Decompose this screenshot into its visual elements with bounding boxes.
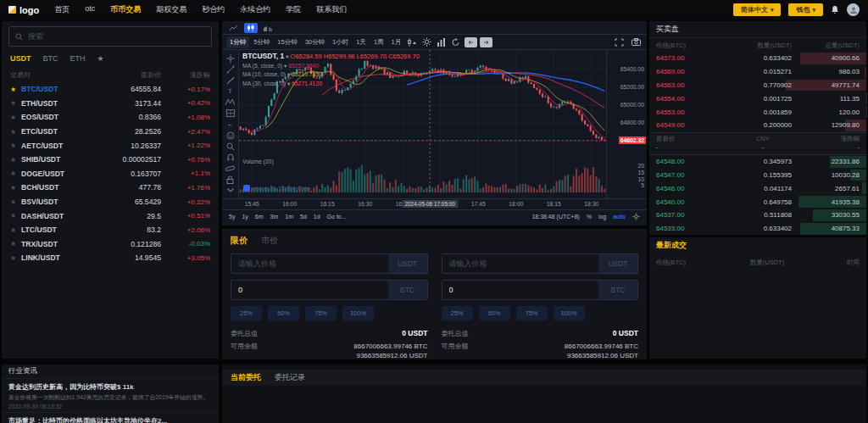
market-tab-BTC[interactable]: BTC (43, 54, 58, 63)
log-scale-button[interactable]: log (598, 214, 606, 220)
buy-amount-input[interactable] (231, 281, 388, 299)
favorite-star-icon[interactable]: ★ (10, 184, 21, 192)
pair-row[interactable]: ★DASH/USDT29.5+0.51% (2, 209, 219, 223)
favorite-star-icon[interactable]: ★ (10, 86, 21, 93)
interval-button[interactable]: 1小时 (329, 36, 352, 48)
magnet-tool-icon[interactable] (222, 152, 238, 163)
favorite-star-icon[interactable]: ★ (10, 142, 21, 149)
ask-row[interactable]: 64549.000.20000012909.80 (649, 119, 866, 132)
range-button[interactable]: 1d (314, 214, 320, 220)
pair-row[interactable]: ★DOGE/USDT0.163707+1.1% (2, 167, 219, 181)
favorite-star-icon[interactable]: ★ (10, 156, 21, 164)
nav-item-2[interactable]: 币币交易 (110, 4, 141, 15)
undo-button[interactable] (465, 37, 477, 47)
bid-row[interactable]: 64548.000.34597322331.86 (649, 155, 866, 169)
percent-button[interactable]: 75% (305, 306, 337, 320)
favorite-star-icon[interactable]: ★ (10, 99, 21, 107)
search-input[interactable] (28, 32, 205, 41)
language-button[interactable]: 简体中文▾ (733, 3, 782, 16)
market-tab-★[interactable]: ★ (97, 54, 104, 63)
market-tab-USDT[interactable]: USDT (10, 54, 31, 63)
pair-row[interactable]: ★EOS/USDT0.8366+1.08% (2, 110, 219, 125)
percent-button[interactable]: 100% (342, 306, 374, 320)
tab-limit-order[interactable]: 限价 (231, 235, 248, 247)
interval-button[interactable]: 1分钟 (226, 36, 249, 48)
nav-item-6[interactable]: 学院 (286, 4, 301, 15)
line-chart-tab[interactable] (227, 23, 241, 33)
forecast-tool-icon[interactable] (222, 108, 238, 119)
depth-chart-tab[interactable] (261, 23, 275, 33)
price-chart[interactable] (239, 50, 606, 198)
tab-current-orders[interactable]: 当前委托 (231, 372, 261, 383)
chart-style-icon[interactable] (405, 36, 419, 48)
plot-area[interactable]: BTCUSDT, 1 ▾ O65284.59 H65299.98 L65269.… (239, 50, 606, 198)
favorite-star-icon[interactable]: ★ (10, 212, 21, 220)
fullscreen-icon[interactable] (612, 36, 626, 48)
trendline-tool-icon[interactable] (222, 64, 238, 75)
goto-button[interactable]: Go to... (327, 214, 347, 220)
tab-market-order[interactable]: 市价 (261, 235, 278, 247)
nav-item-0[interactable]: 首页 (54, 4, 70, 15)
emoji-tool-icon[interactable] (222, 130, 238, 141)
percent-button[interactable]: 75% (516, 306, 548, 320)
ask-row[interactable]: 64554.000.001725111.35 (649, 92, 866, 105)
crosshair-tool-icon[interactable] (222, 53, 238, 64)
sell-price-input[interactable] (442, 254, 599, 273)
camera-snapshot-icon[interactable] (629, 36, 643, 48)
collapse-toolbar-chevron-icon[interactable] (222, 185, 238, 196)
brush-tool-icon[interactable] (222, 75, 238, 86)
favorite-star-icon[interactable]: ★ (10, 254, 21, 262)
avatar[interactable] (847, 3, 860, 16)
buy-price-input[interactable] (231, 254, 388, 273)
pair-row[interactable]: ★BTC/USDT64555.84+0.17% (2, 82, 219, 97)
tab-order-history[interactable]: 委托记录 (275, 372, 305, 383)
pair-row[interactable]: ★LTC/USDT83.2+2.06% (2, 223, 219, 237)
favorite-star-icon[interactable]: ★ (10, 128, 21, 136)
text-tool-icon[interactable]: T (222, 86, 238, 97)
ask-row[interactable]: 64573.000.63340240900.66 (649, 52, 866, 65)
nav-item-3[interactable]: 期权交易 (156, 4, 186, 15)
interval-button[interactable]: 1周 (370, 36, 387, 48)
pair-row[interactable]: ★ETH/USDT3173.44+0.42% (2, 97, 219, 111)
percent-button[interactable]: 25% (442, 306, 473, 320)
nav-item-4[interactable]: 秒合约 (202, 4, 225, 15)
compare-refresh-icon[interactable] (448, 36, 462, 48)
axis-settings-gear-icon[interactable] (632, 213, 640, 220)
favorite-star-icon[interactable]: ★ (10, 226, 21, 234)
pair-row[interactable]: ★ETC/USDT28.2526+2.47% (2, 125, 219, 139)
settings-gear-icon[interactable] (420, 36, 433, 48)
ask-row[interactable]: 64569.000.015271986.03 (649, 65, 866, 79)
percent-button[interactable]: 50% (268, 306, 299, 320)
interval-button[interactable]: 15分钟 (274, 36, 300, 48)
percent-button[interactable]: 50% (479, 306, 510, 320)
price-axis[interactable]: 65400.0065200.0065000.0064800.0064600.00… (606, 50, 647, 198)
percent-button[interactable]: 100% (554, 306, 585, 320)
pair-row[interactable]: ★LINK/USDT14.9545+3.05% (2, 251, 219, 265)
nav-item-1[interactable]: otc (85, 4, 95, 15)
range-button[interactable]: 1y (242, 214, 248, 220)
nav-item-5[interactable]: 永续合约 (240, 4, 270, 15)
percent-scale-button[interactable]: % (587, 214, 592, 220)
favorite-star-icon[interactable]: ★ (10, 170, 21, 177)
ask-row[interactable]: 64563.000.77090249771.74 (649, 79, 866, 92)
pair-row[interactable]: ★TRX/USDT0.121286-0.03% (2, 237, 219, 252)
bid-row[interactable]: 64540.000.64975841935.38 (649, 195, 866, 209)
bid-row[interactable]: 64533.000.63340240875.33 (649, 222, 866, 236)
range-button[interactable]: 5d (300, 214, 307, 220)
logo[interactable]: logo (8, 5, 39, 15)
interval-button[interactable]: 1天 (353, 36, 370, 48)
pair-row[interactable]: ★AETC/USDT10.26337+1.22% (2, 138, 219, 153)
chart-clock[interactable]: 18:38:48 (UTC+8) (531, 214, 579, 220)
pattern-tool-icon[interactable] (222, 97, 238, 108)
news-item[interactable]: 黄金达到历史新高，因为比特币突破$ 11k 黄金价格第一次刚刚达到1,942美元… (2, 379, 219, 413)
measure-tool-icon[interactable] (222, 163, 238, 174)
sell-amount-input[interactable] (442, 281, 599, 299)
lock-tool-icon[interactable] (222, 174, 238, 185)
interval-button[interactable]: 30分钟 (302, 36, 328, 48)
range-button[interactable]: 3m (270, 214, 279, 220)
bell-icon[interactable] (831, 5, 839, 14)
favorite-star-icon[interactable]: ★ (10, 114, 21, 121)
range-button[interactable]: 5y (229, 214, 235, 220)
interval-button[interactable]: 1月 (388, 36, 405, 48)
bid-row[interactable]: 64547.000.15539510030.28 (649, 169, 866, 182)
